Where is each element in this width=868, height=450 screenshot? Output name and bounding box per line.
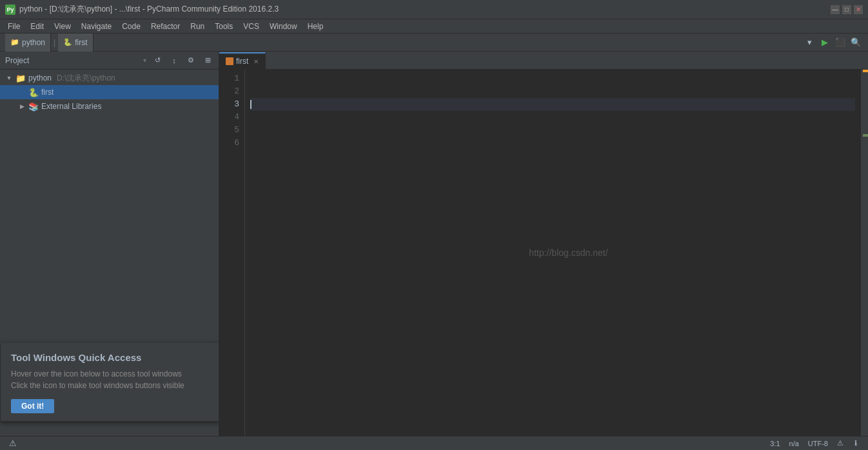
code-line-1 xyxy=(250,72,855,85)
editor-tab-icon xyxy=(226,57,233,65)
right-gutter xyxy=(860,70,868,436)
cursor xyxy=(250,100,252,109)
run-button[interactable]: ▶ xyxy=(818,35,832,50)
code-line-3 xyxy=(250,98,855,111)
tree-label-external: External Libraries xyxy=(41,102,101,111)
tree-label-first: first xyxy=(41,88,54,97)
sync-icon[interactable]: ↺ xyxy=(152,55,163,66)
tree-arrow-python: ▼ xyxy=(5,74,13,82)
tree-item-first[interactable]: 🐍 first xyxy=(0,85,219,99)
menu-tools[interactable]: Tools xyxy=(210,19,238,34)
project-header-dropdown: ▾ xyxy=(143,57,146,64)
line-num-4: 4 xyxy=(219,111,239,124)
code-line-2 xyxy=(250,85,855,98)
tree-item-external-libraries[interactable]: ▶ 📚 External Libraries xyxy=(0,99,219,113)
editor-tabs: first ✕ xyxy=(219,52,868,70)
code-line-6 xyxy=(250,137,855,150)
window-title: python - [D:\沈承亮\python] - ...\first - P… xyxy=(19,4,831,15)
menu-help[interactable]: Help xyxy=(302,19,329,34)
editor-area: first ✕ 1 2 3 4 5 6 xyxy=(219,52,868,436)
tooltip-title: Tool Windows Quick Access xyxy=(11,352,208,363)
cursor-position[interactable]: 3:1 xyxy=(766,436,784,451)
menu-vcs[interactable]: VCS xyxy=(238,19,264,34)
line-num-3: 3 xyxy=(219,98,239,111)
menu-navigate[interactable]: Navigate xyxy=(76,19,117,34)
encoding[interactable]: UTF-8 xyxy=(804,436,832,451)
project-toolbar: ▾ ▶ ⬛ 🔍 xyxy=(802,35,863,50)
window-controls[interactable]: — □ ✕ xyxy=(831,5,863,14)
dropdown-button[interactable]: ▾ xyxy=(802,35,816,50)
file-icon: 🐍 xyxy=(63,38,72,46)
tree-arrow-first xyxy=(18,88,26,96)
status-right: 3:1 n/a UTF-8 ⚠ ℹ xyxy=(766,436,863,451)
content-area: Project ▾ ↺ ↕ ⚙ ⊞ ▼ 📁 python xyxy=(0,52,868,436)
menu-edit[interactable]: Edit xyxy=(25,19,49,34)
menu-window[interactable]: Window xyxy=(264,19,302,34)
line-num-5: 5 xyxy=(219,124,239,137)
tree-sublabel-python: D:\沈承亮\python xyxy=(57,73,115,84)
menu-refactor[interactable]: Refactor xyxy=(146,19,185,34)
menu-run[interactable]: Run xyxy=(185,19,210,34)
code-line-5 xyxy=(250,124,855,137)
code-content[interactable]: http://blog.csdn.net/ xyxy=(245,70,860,436)
editor-tab-label: first xyxy=(236,57,248,66)
close-button[interactable]: ✕ xyxy=(854,5,863,14)
info-icon[interactable]: ℹ xyxy=(849,436,863,451)
project-tab-bar: 📁 python | 🐍 first ▾ ▶ ⬛ 🔍 xyxy=(0,34,868,52)
search-button[interactable]: 🔍 xyxy=(849,35,863,50)
tree-item-python[interactable]: ▼ 📁 python D:\沈承亮\python xyxy=(0,71,219,85)
line-num-6: 6 xyxy=(219,137,239,150)
code-line-4 xyxy=(250,111,855,124)
expand-icon[interactable]: ⊞ xyxy=(202,55,213,66)
status-messages[interactable]: ⚠ xyxy=(5,436,21,451)
collapse-icon[interactable]: ↕ xyxy=(168,55,180,66)
file-tab-first[interactable]: 🐍 first xyxy=(58,34,93,52)
tooltip-text: Hover over the icon below to access tool… xyxy=(11,368,208,391)
debug-button[interactable]: ⬛ xyxy=(833,35,847,50)
maximize-button[interactable]: □ xyxy=(842,5,851,14)
tree-arrow-ext: ▶ xyxy=(18,103,26,110)
sidebar-title: Project xyxy=(5,56,138,65)
sidebar: Project ▾ ↺ ↕ ⚙ ⊞ ▼ 📁 python xyxy=(0,52,219,436)
line-num-2: 2 xyxy=(219,85,239,98)
code-editor[interactable]: 1 2 3 4 5 6 xyxy=(219,70,868,436)
menu-bar: File Edit View Navigate Code Refactor Ru… xyxy=(0,19,868,34)
file-icon-first: 🐍 xyxy=(28,88,39,97)
line-separator[interactable]: n/a xyxy=(785,436,803,451)
tooltip-popup: Tool Windows Quick Access Hover over the… xyxy=(0,343,219,422)
watermark-text: http://blog.csdn.net/ xyxy=(529,246,607,259)
project-tab-label: python xyxy=(22,38,45,47)
gutter-marker-mid xyxy=(863,134,868,137)
title-bar: Py python - [D:\沈承亮\python] - ...\first … xyxy=(0,0,868,19)
line-num-1: 1 xyxy=(219,72,239,85)
editor-tab-close[interactable]: ✕ xyxy=(253,58,259,65)
file-tab-label: first xyxy=(75,38,87,47)
menu-view[interactable]: View xyxy=(49,19,76,34)
settings-icon[interactable]: ⚙ xyxy=(185,55,197,66)
tree-label-python: python xyxy=(28,73,52,83)
sidebar-header: Project ▾ ↺ ↕ ⚙ ⊞ xyxy=(0,52,219,70)
line-numbers: 1 2 3 4 5 6 xyxy=(219,70,245,436)
folder-icon-python: 📁 xyxy=(15,73,26,83)
warning-icon[interactable]: ⚠ xyxy=(833,436,847,451)
got-it-button[interactable]: Got it! xyxy=(11,399,54,413)
sidebar-tree-container: ▼ 📁 python D:\沈承亮\python 🐍 first xyxy=(0,70,219,436)
menu-file[interactable]: File xyxy=(3,19,25,34)
project-tab[interactable]: 📁 python xyxy=(5,34,51,52)
project-folder-icon: 📁 xyxy=(10,38,19,46)
gutter-marker-top xyxy=(863,70,868,72)
app-icon: Py xyxy=(5,5,15,15)
separator: | xyxy=(54,38,55,47)
library-icon: 📚 xyxy=(28,102,39,112)
editor-tab-first[interactable]: first ✕ xyxy=(219,52,266,69)
menu-code[interactable]: Code xyxy=(117,19,146,34)
status-bar: ⚠ 3:1 n/a UTF-8 ⚠ ℹ xyxy=(0,436,868,450)
minimize-button[interactable]: — xyxy=(831,5,840,14)
